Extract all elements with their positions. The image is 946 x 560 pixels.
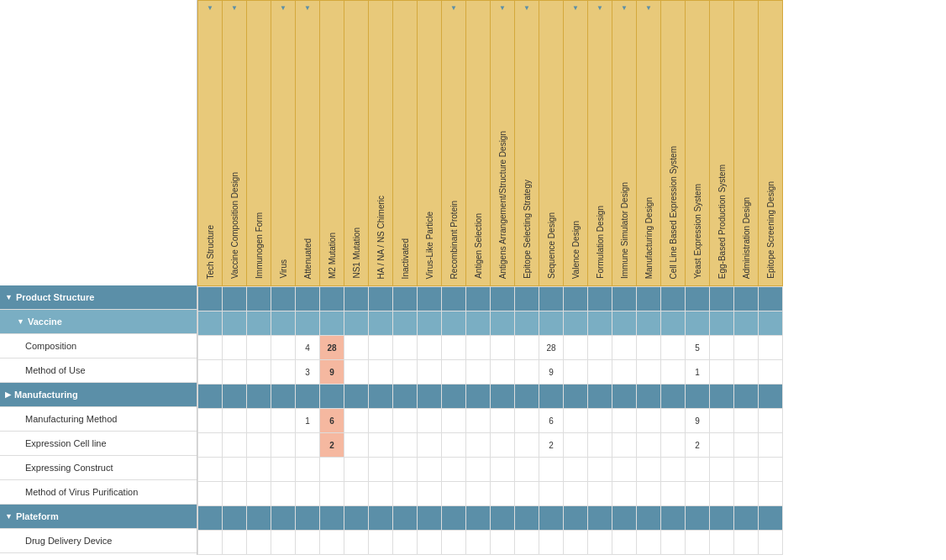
- cell-expression_cell_line-antigens_arrangement[interactable]: [491, 433, 515, 458]
- cell-manufacturing_method-inactivated[interactable]: [393, 409, 418, 433]
- cell-product_structure-valence_design[interactable]: [564, 287, 588, 311]
- cell-manufacturing_method-attenuated[interactable]: 1: [296, 409, 320, 433]
- cell-method_virus_purification-yeast_expression[interactable]: [686, 482, 710, 506]
- cell-plateform-m2_mutation[interactable]: [320, 506, 344, 531]
- cell-product_structure-sequence_design[interactable]: [539, 287, 564, 311]
- cell-expression_cell_line-egg_based[interactable]: [710, 433, 734, 458]
- cell-composition-immune_simulator[interactable]: [612, 336, 637, 360]
- cell-expressing_construct-egg_based[interactable]: [710, 458, 734, 482]
- cell-method_virus_purification-virus[interactable]: [271, 482, 296, 506]
- cell-expressing_construct-formulation_design[interactable]: [588, 458, 612, 482]
- cell-method_virus_purification-egg_based[interactable]: [710, 482, 734, 506]
- col-header-sequence_design[interactable]: Sequence Design: [539, 1, 564, 286]
- cell-vaccine-epitope_screening[interactable]: [759, 311, 783, 336]
- cell-expressing_construct-virus[interactable]: [271, 458, 296, 482]
- cell-expressing_construct-vaccine_composition[interactable]: [223, 458, 247, 482]
- cell-plateform-cell_line[interactable]: [661, 506, 686, 531]
- cell-manufacturing-recombinant_protein[interactable]: [442, 385, 466, 409]
- cell-manufacturing_method-cell_line[interactable]: [661, 409, 686, 433]
- cell-product_structure-immunogen_form[interactable]: [247, 287, 271, 311]
- cell-method_virus_purification-sequence_design[interactable]: [539, 482, 564, 506]
- cell-expression_cell_line-epitope_screening[interactable]: [759, 433, 783, 458]
- cell-drug_delivery_device-m2_mutation[interactable]: [320, 531, 344, 555]
- cell-method_virus_purification-epitope_selecting[interactable]: [515, 482, 539, 506]
- cell-method_virus_purification-ns1_mutation[interactable]: [344, 482, 369, 506]
- cell-composition-egg_based[interactable]: [710, 336, 734, 360]
- cell-expressing_construct-immunogen_form[interactable]: [247, 458, 271, 482]
- cell-method_of_use-epitope_selecting[interactable]: [515, 360, 539, 385]
- cell-expression_cell_line-ns1_mutation[interactable]: [344, 433, 369, 458]
- cell-plateform-immunogen_form[interactable]: [247, 506, 271, 531]
- cell-composition-virus_like_particle[interactable]: [418, 336, 442, 360]
- cell-drug_delivery_device-administration_design[interactable]: [734, 531, 759, 555]
- filter-icon-epitope_selecting[interactable]: ▼: [523, 4, 530, 12]
- cell-method_of_use-antigens_arrangement[interactable]: [491, 360, 515, 385]
- col-header-virus[interactable]: ▼Virus: [271, 1, 296, 286]
- cell-manufacturing_method-yeast_expression[interactable]: 9: [686, 409, 710, 433]
- cell-drug_delivery_device-cell_line[interactable]: [661, 531, 686, 555]
- cell-manufacturing-egg_based[interactable]: [710, 385, 734, 409]
- cell-method_of_use-epitope_screening[interactable]: [759, 360, 783, 385]
- col-header-formulation_design[interactable]: ▼Formulation Design: [588, 1, 612, 286]
- cell-expressing_construct-ha_na_ns_chimeric[interactable]: [369, 458, 393, 482]
- cell-drug_delivery_device-vaccine_composition[interactable]: [223, 531, 247, 555]
- cell-composition-ns1_mutation[interactable]: [344, 336, 369, 360]
- cell-manufacturing_method-antigens_arrangement[interactable]: [491, 409, 515, 433]
- cell-expression_cell_line-attenuated[interactable]: [296, 433, 320, 458]
- cell-method_of_use-ha_na_ns_chimeric[interactable]: [369, 360, 393, 385]
- cell-expression_cell_line-administration_design[interactable]: [734, 433, 759, 458]
- cell-expression_cell_line-manufacturing_design[interactable]: [637, 433, 661, 458]
- cell-expression_cell_line-virus_like_particle[interactable]: [418, 433, 442, 458]
- cell-manufacturing-formulation_design[interactable]: [588, 385, 612, 409]
- cell-expression_cell_line-valence_design[interactable]: [564, 433, 588, 458]
- cell-drug_delivery_device-formulation_design[interactable]: [588, 531, 612, 555]
- filter-icon-manufacturing_design[interactable]: ▼: [645, 4, 652, 12]
- cell-product_structure-tech_structure[interactable]: [198, 287, 223, 311]
- cell-expression_cell_line-formulation_design[interactable]: [588, 433, 612, 458]
- cell-plateform-sequence_design[interactable]: [539, 506, 564, 531]
- cell-method_virus_purification-cell_line[interactable]: [661, 482, 686, 506]
- cell-vaccine-ha_na_ns_chimeric[interactable]: [369, 311, 393, 336]
- cell-method_of_use-administration_design[interactable]: [734, 360, 759, 385]
- cell-expressing_construct-inactivated[interactable]: [393, 458, 418, 482]
- col-header-egg_based[interactable]: Egg-Based Production System: [710, 1, 734, 286]
- col-header-virus_like_particle[interactable]: Virus-Like Particle: [418, 1, 442, 286]
- cell-product_structure-attenuated[interactable]: [296, 287, 320, 311]
- cell-composition-m2_mutation[interactable]: 28: [320, 336, 344, 360]
- cell-method_of_use-manufacturing_design[interactable]: [637, 360, 661, 385]
- cell-drug_delivery_device-epitope_selecting[interactable]: [515, 531, 539, 555]
- cell-expression_cell_line-yeast_expression[interactable]: 2: [686, 433, 710, 458]
- col-header-antigens_arrangement[interactable]: ▼Antigens Arrangement/Structure Design: [491, 1, 515, 286]
- cell-drug_delivery_device-immunogen_form[interactable]: [247, 531, 271, 555]
- cell-method_virus_purification-antigens_arrangement[interactable]: [491, 482, 515, 506]
- filter-icon-attenuated[interactable]: ▼: [304, 4, 311, 12]
- cell-product_structure-yeast_expression[interactable]: [686, 287, 710, 311]
- cell-expressing_construct-tech_structure[interactable]: [198, 458, 223, 482]
- cell-manufacturing-vaccine_composition[interactable]: [223, 385, 247, 409]
- cell-vaccine-inactivated[interactable]: [393, 311, 418, 336]
- cell-plateform-ns1_mutation[interactable]: [344, 506, 369, 531]
- cell-expression_cell_line-vaccine_composition[interactable]: [223, 433, 247, 458]
- col-header-recombinant_protein[interactable]: ▼Recombinant Protein: [442, 1, 466, 286]
- cell-drug_delivery_device-virus[interactable]: [271, 531, 296, 555]
- cell-vaccine-immunogen_form[interactable]: [247, 311, 271, 336]
- cell-manufacturing-virus_like_particle[interactable]: [418, 385, 442, 409]
- cell-plateform-epitope_selecting[interactable]: [515, 506, 539, 531]
- cell-plateform-virus_like_particle[interactable]: [418, 506, 442, 531]
- cell-vaccine-tech_structure[interactable]: [198, 311, 223, 336]
- cell-drug_delivery_device-egg_based[interactable]: [710, 531, 734, 555]
- cell-manufacturing-manufacturing_design[interactable]: [637, 385, 661, 409]
- cell-product_structure-ha_na_ns_chimeric[interactable]: [369, 287, 393, 311]
- col-header-antigen_selection[interactable]: Antigen Selection: [466, 1, 491, 286]
- cell-vaccine-yeast_expression[interactable]: [686, 311, 710, 336]
- cell-method_virus_purification-m2_mutation[interactable]: [320, 482, 344, 506]
- cell-expressing_construct-antigens_arrangement[interactable]: [491, 458, 515, 482]
- col-header-administration_design[interactable]: Administration Design: [734, 1, 759, 286]
- cell-method_virus_purification-immune_simulator[interactable]: [612, 482, 637, 506]
- cell-composition-epitope_selecting[interactable]: [515, 336, 539, 360]
- cell-expressing_construct-antigen_selection[interactable]: [466, 458, 491, 482]
- expand-icon[interactable]: ▶: [5, 390, 11, 399]
- cell-method_virus_purification-antigen_selection[interactable]: [466, 482, 491, 506]
- cell-product_structure-vaccine_composition[interactable]: [223, 287, 247, 311]
- cell-manufacturing-immune_simulator[interactable]: [612, 385, 637, 409]
